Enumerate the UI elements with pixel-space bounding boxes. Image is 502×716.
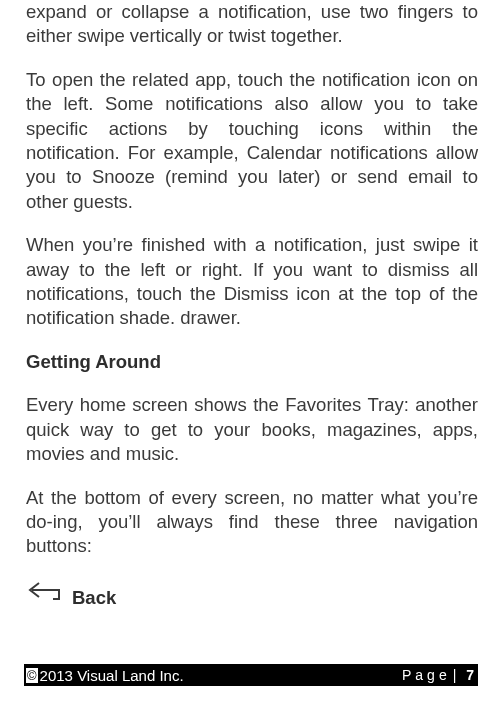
page-word: Page	[402, 667, 451, 683]
page: expand or collapse a notification, use t…	[0, 0, 502, 716]
page-number: 7	[466, 667, 474, 683]
copyright-symbol: ©	[26, 668, 38, 683]
page-footer: © 2013 Visual Land Inc. Page| 7	[24, 664, 478, 686]
back-button-row: Back	[26, 577, 478, 611]
back-label: Back	[72, 586, 116, 610]
paragraph-gap	[26, 49, 478, 68]
paragraph-gap	[26, 374, 478, 393]
paragraph-5: At the bottom of every screen, no matter…	[26, 486, 478, 559]
paragraph-4: Every home screen shows the Favorites Tr…	[26, 393, 478, 466]
heading-getting-around: Getting Around	[26, 350, 478, 374]
paragraph-gap	[26, 331, 478, 350]
paragraph-gap	[26, 214, 478, 233]
paragraph-1: expand or collapse a notification, use t…	[26, 0, 478, 49]
back-icon	[26, 577, 68, 607]
footer-right: Page| 7	[402, 667, 474, 683]
paragraph-2: To open the related app, touch the notif…	[26, 68, 478, 214]
body-content: expand or collapse a notification, use t…	[26, 0, 478, 611]
footer-left: © 2013 Visual Land Inc.	[26, 667, 184, 684]
paragraph-3: When you’re finished with a notification…	[26, 233, 478, 331]
paragraph-gap	[26, 467, 478, 486]
copyright-text: 2013 Visual Land Inc.	[40, 667, 184, 684]
page-separator: |	[453, 667, 457, 683]
